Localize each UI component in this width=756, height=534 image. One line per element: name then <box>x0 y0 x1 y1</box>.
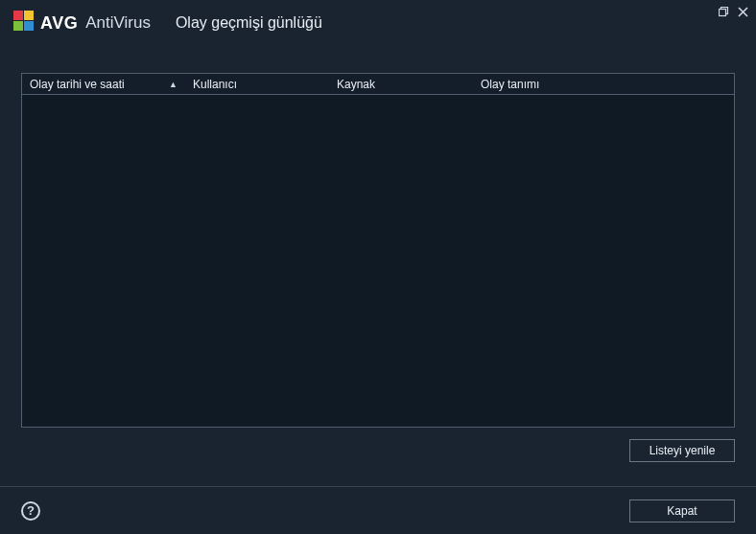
close-button[interactable]: Kapat <box>629 499 735 522</box>
svg-rect-3 <box>24 21 34 31</box>
svg-rect-1 <box>24 11 34 20</box>
svg-rect-2 <box>13 21 23 31</box>
column-label: Olay tanımı <box>481 78 539 91</box>
list-body <box>22 95 734 427</box>
titlebar: AVG AntiVirus Olay geçmişi günlüğü <box>0 0 756 46</box>
svg-rect-0 <box>13 11 23 20</box>
footer: ? Kapat <box>0 486 756 534</box>
panel-actions: Listeyi yenile <box>0 428 756 462</box>
column-header-user[interactable]: Kullanıcı <box>185 74 329 94</box>
close-window-icon[interactable] <box>735 4 750 19</box>
help-icon[interactable]: ? <box>21 501 40 521</box>
column-header-source[interactable]: Kaynak <box>329 74 473 94</box>
column-label: Olay tarihi ve saati <box>30 78 125 91</box>
window-controls <box>716 4 750 19</box>
refresh-list-button[interactable]: Listeyi yenile <box>629 439 735 462</box>
column-header-description[interactable]: Olay tanımı <box>473 74 734 94</box>
event-list-panel: Olay tarihi ve saati ▲ Kullanıcı Kaynak … <box>21 73 735 428</box>
column-label: Kullanıcı <box>193 78 237 91</box>
brand-product: AntiVirus <box>85 13 151 33</box>
sort-ascending-icon: ▲ <box>169 80 177 89</box>
svg-rect-5 <box>719 9 725 15</box>
brand-name: AVG <box>40 13 78 34</box>
column-label: Kaynak <box>337 78 375 91</box>
content-area: Olay tarihi ve saati ▲ Kullanıcı Kaynak … <box>0 46 756 428</box>
restore-window-icon[interactable] <box>716 4 731 19</box>
list-header: Olay tarihi ve saati ▲ Kullanıcı Kaynak … <box>22 74 734 95</box>
column-header-datetime[interactable]: Olay tarihi ve saati ▲ <box>22 74 185 94</box>
avg-logo-icon <box>13 11 35 35</box>
brand-logo: AVG AntiVirus <box>13 11 151 35</box>
window-title: Olay geçmişi günlüğü <box>176 14 322 32</box>
